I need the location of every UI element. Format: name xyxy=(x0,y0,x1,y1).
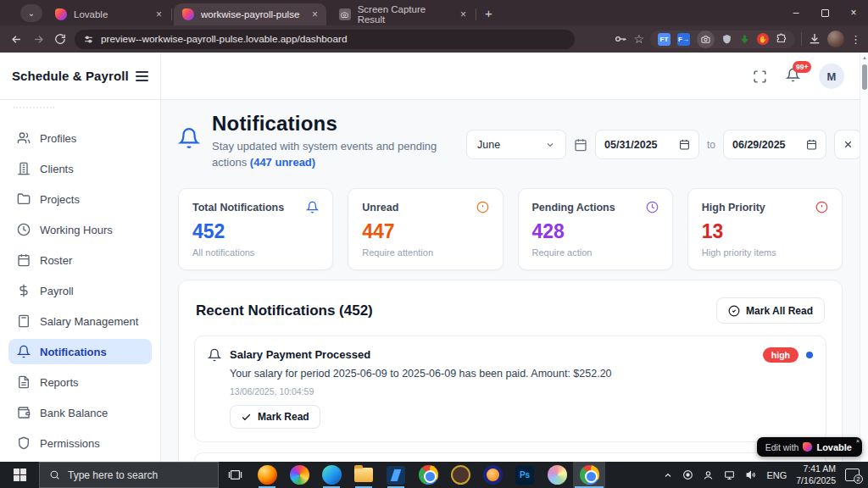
sidebar-item-roster[interactable]: Roster xyxy=(8,247,152,273)
taskbar-app-chrome-active[interactable] xyxy=(573,462,605,488)
window-restore-button[interactable] xyxy=(810,0,839,25)
tab-search-chevron-icon[interactable]: ⌄ xyxy=(20,4,42,22)
taskbar-app-paint[interactable] xyxy=(541,462,573,488)
download-extension-icon[interactable] xyxy=(739,34,750,45)
url-text[interactable]: preview--workwise-payroll-pulse.lovable.… xyxy=(101,33,347,45)
paint-icon xyxy=(548,465,567,485)
sidebar-nav: Profiles Clients Projects Working Hours … xyxy=(0,100,160,462)
scrollbar-thumb[interactable] xyxy=(862,64,867,90)
tab-close-icon[interactable]: × xyxy=(156,8,162,20)
filters: June 05/31/2025 to 06/29/2025 xyxy=(466,119,860,171)
taskbar-search[interactable]: Type here to search xyxy=(39,462,219,488)
extension-f-icon[interactable]: F→ xyxy=(677,33,690,46)
fullscreen-icon[interactable] xyxy=(753,69,767,84)
browser-tab-lovable[interactable]: Lovable × xyxy=(47,3,170,25)
browser-tab-screen-capture[interactable]: Screen Capture Result × xyxy=(331,3,475,25)
taskbar-app-media-player[interactable] xyxy=(444,462,476,488)
language-indicator[interactable]: ENG xyxy=(766,470,787,480)
sidebar-item-working-hours[interactable]: Working Hours xyxy=(8,217,152,242)
shield-extension-icon[interactable] xyxy=(721,34,732,45)
screen-capture-extension-icon[interactable] xyxy=(697,30,715,48)
browser-menu-icon[interactable]: ⋮ xyxy=(850,33,861,46)
sidebar-item-salary-management[interactable]: Salary Management xyxy=(8,308,152,334)
adblock-extension-icon[interactable]: ✋ xyxy=(757,33,769,45)
clear-filter-button[interactable] xyxy=(834,130,860,159)
taskbar-app-music[interactable] xyxy=(476,462,509,488)
bookmark-star-icon[interactable]: ☆ xyxy=(633,32,644,46)
user-avatar[interactable]: M xyxy=(819,64,844,89)
edit-with-lovable-badge[interactable]: Edit with Lovable × xyxy=(757,437,862,457)
password-key-icon[interactable] xyxy=(614,32,627,46)
meet-now-icon[interactable] xyxy=(703,469,714,480)
browser-profile-avatar[interactable] xyxy=(827,30,844,47)
task-view-button[interactable] xyxy=(219,462,251,488)
tray-expand-icon[interactable] xyxy=(663,470,673,480)
lovable-badge-close-icon[interactable]: × xyxy=(856,438,860,444)
page-subtitle: Stay updated with system events and pend… xyxy=(212,139,466,171)
windows-logo-icon xyxy=(14,469,26,481)
site-settings-icon[interactable] xyxy=(83,34,94,45)
taskbar-clock[interactable]: 7:41 AM 7/16/2025 xyxy=(796,463,836,486)
address-bar[interactable]: preview--workwise-payroll-pulse.lovable.… xyxy=(75,30,575,49)
taskbar-app-file-explorer[interactable] xyxy=(348,462,380,488)
copilot-icon xyxy=(290,465,309,485)
screen: ⌄ Lovable × workwise-payroll-pulse × Scr… xyxy=(0,0,868,488)
topbar-bell-button[interactable]: 99+ xyxy=(786,68,800,86)
forward-button[interactable] xyxy=(27,28,49,50)
sidebar-item-label: Profiles xyxy=(40,132,76,145)
sidebar-item-notifications[interactable]: Notifications xyxy=(8,339,152,364)
volume-icon[interactable] xyxy=(745,469,757,480)
month-select[interactable]: June xyxy=(466,130,566,159)
taskbar-app-photoshop[interactable]: Ps xyxy=(509,462,541,488)
file-explorer-icon xyxy=(354,468,373,482)
mark-all-read-button[interactable]: Mark All Read xyxy=(716,297,825,324)
taskbar-app-chrome[interactable] xyxy=(412,462,444,488)
tab-close-icon[interactable]: × xyxy=(312,8,318,20)
users-icon xyxy=(17,131,31,145)
sidebar-item-label: Bank Balance xyxy=(40,407,108,419)
sidebar-item-payroll[interactable]: Payroll xyxy=(8,278,152,303)
window-close-button[interactable]: × xyxy=(839,0,868,25)
window-minimize-button[interactable]: – xyxy=(782,0,810,25)
sidebar-toggle-icon[interactable] xyxy=(136,71,148,81)
page-scrollbar[interactable]: ▲ xyxy=(860,53,868,462)
taskbar-app-edge[interactable] xyxy=(315,462,348,488)
scroll-up-icon[interactable]: ▲ xyxy=(861,55,868,60)
stat-value: 447 xyxy=(362,220,488,243)
browser-tab-workwise[interactable]: workwise-payroll-pulse × xyxy=(174,3,326,25)
action-center-icon[interactable]: 2 xyxy=(845,469,860,481)
page-bell-icon xyxy=(178,127,200,149)
record-icon[interactable] xyxy=(682,469,693,480)
recent-notifications-panel: Recent Notifications (452) Mark All Read… xyxy=(178,280,843,462)
sidebar-item-clients[interactable]: Clients xyxy=(8,156,152,181)
new-tab-button[interactable]: + xyxy=(485,6,492,20)
sidebar-item-label: Notifications xyxy=(40,346,107,358)
stat-label: Unread xyxy=(362,202,398,214)
date-from-input[interactable]: 05/31/2025 xyxy=(595,130,699,159)
downloads-icon[interactable] xyxy=(808,32,821,46)
sidebar-item-bank-balance[interactable]: Bank Balance xyxy=(8,400,152,425)
building-icon xyxy=(17,162,31,175)
lovable-favicon-icon xyxy=(55,8,67,20)
date-to-input[interactable]: 06/29/2025 xyxy=(723,130,826,159)
sidebar-item-permissions[interactable]: Permissions xyxy=(8,430,152,456)
notification-count-badge: 99+ xyxy=(793,61,811,73)
refresh-button[interactable] xyxy=(49,28,71,50)
extensions-puzzle-icon[interactable] xyxy=(776,33,787,45)
taskbar-app-copilot[interactable] xyxy=(283,462,315,488)
mark-read-button[interactable]: Mark Read xyxy=(230,405,320,429)
start-button[interactable] xyxy=(0,462,39,488)
date-picker-icon[interactable] xyxy=(806,139,817,150)
sidebar-item-reports[interactable]: Reports xyxy=(8,369,152,395)
taskbar-app-blue[interactable] xyxy=(380,462,412,488)
extension-ft-icon[interactable]: FT xyxy=(658,33,670,46)
network-icon[interactable] xyxy=(723,469,736,480)
taskbar-app-firefox[interactable] xyxy=(251,462,283,488)
back-button[interactable] xyxy=(5,28,27,50)
photoshop-icon: Ps xyxy=(515,466,534,485)
stat-card-unread: Unread 447 Require attention xyxy=(348,188,503,270)
tab-close-icon[interactable]: × xyxy=(460,8,466,20)
date-picker-icon[interactable] xyxy=(679,139,690,150)
sidebar-item-projects[interactable]: Projects xyxy=(8,186,152,212)
sidebar-item-profiles[interactable]: Profiles xyxy=(8,125,152,151)
